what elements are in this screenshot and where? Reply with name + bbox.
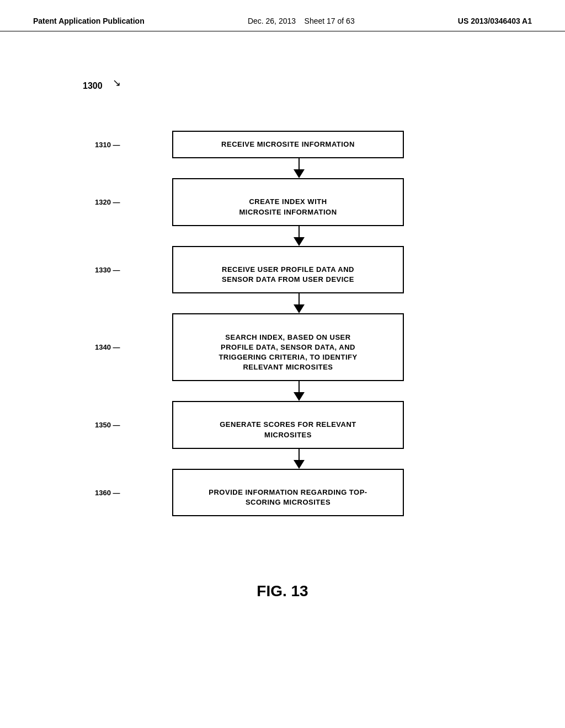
step-box-1350: GENERATE SCORES FOR RELEVANT MICROSITES	[172, 401, 404, 449]
arrow-1320-1330	[183, 226, 415, 246]
step-box-1320: CREATE INDEX WITH MICROSITE INFORMATION	[172, 178, 404, 226]
figure-caption-area: FIG. 13	[257, 582, 308, 600]
figure-caption: FIG. 13	[257, 582, 308, 599]
step-box-1330: RECEIVE USER PROFILE DATA AND SENSOR DAT…	[172, 246, 404, 294]
svg-marker-1	[294, 169, 305, 178]
step-box-1340: SEARCH INDEX, BASED ON USER PROFILE DATA…	[172, 313, 404, 381]
page-header: Patent Application Publication Dec. 26, …	[0, 0, 565, 31]
arrow-1340-1350	[183, 381, 415, 401]
svg-marker-5	[294, 304, 305, 313]
step-label-1340: 1340 —	[95, 343, 120, 351]
step-label-1350: 1350 —	[95, 421, 120, 429]
svg-marker-9	[294, 460, 305, 469]
step-label-1310: 1310 —	[95, 141, 120, 149]
flowchart: 1310 — RECEIVE MICROSITE INFORMATION 132…	[139, 131, 426, 516]
step-label-1360: 1360 —	[95, 489, 120, 497]
publication-label: Patent Application Publication	[33, 17, 145, 25]
flow-step-1340: 1340 — SEARCH INDEX, BASED ON USER PROFI…	[139, 313, 426, 381]
arrow-1330-1340	[183, 293, 415, 313]
flow-step-1350: 1350 — GENERATE SCORES FOR RELEVANT MICR…	[139, 401, 426, 449]
step-box-1360: PROVIDE INFORMATION REGARDING TOP- SCORI…	[172, 469, 404, 517]
flow-step-1330: 1330 — RECEIVE USER PROFILE DATA AND SEN…	[139, 246, 426, 294]
step-box-1310: RECEIVE MICROSITE INFORMATION	[172, 131, 404, 158]
figure-number-area: 1300 ↘	[33, 53, 532, 87]
main-content: 1300 ↘ 1310 — RECEIVE MICROSITE INFORMAT…	[0, 31, 565, 622]
curved-arrow-icon: ↘	[113, 77, 121, 89]
step-label-1320: 1320 —	[95, 198, 120, 206]
svg-marker-3	[294, 237, 305, 246]
arrow-1350-1360	[183, 449, 415, 469]
arrow-1310-1320	[183, 158, 415, 178]
step-label-1330: 1330 —	[95, 266, 120, 274]
flow-step-1320: 1320 — CREATE INDEX WITH MICROSITE INFOR…	[139, 178, 426, 226]
flow-step-1310: 1310 — RECEIVE MICROSITE INFORMATION	[139, 131, 426, 158]
patent-number-label: US 2013/0346403 A1	[458, 17, 532, 25]
figure-number: 1300	[83, 81, 103, 91]
svg-marker-7	[294, 392, 305, 401]
flow-step-1360: 1360 — PROVIDE INFORMATION REGARDING TOP…	[139, 469, 426, 517]
date-sheet-label: Dec. 26, 2013 Sheet 17 of 63	[248, 17, 355, 25]
